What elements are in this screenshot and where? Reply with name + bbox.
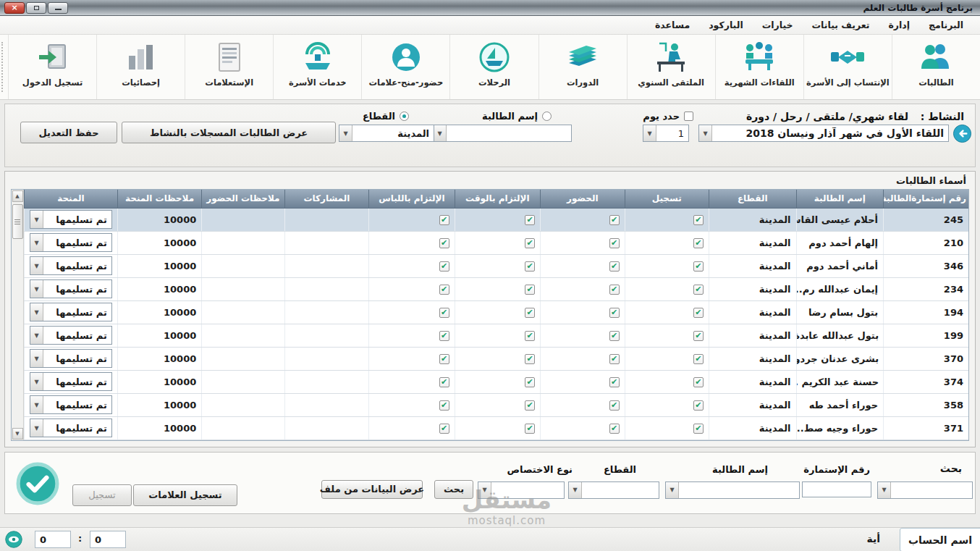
scroll-up-icon[interactable]: ▲ bbox=[12, 190, 23, 202]
maximize-button[interactable] bbox=[26, 2, 46, 14]
table-row[interactable]: 199بتول عبدالله عابدةالمدينة✔✔✔✔10000تم … bbox=[25, 324, 969, 347]
toolbar-button-5[interactable]: الرحلات bbox=[449, 35, 538, 99]
vertical-scrollbar[interactable]: ▲ ▼ bbox=[12, 190, 24, 440]
sector-radio[interactable] bbox=[400, 112, 409, 121]
row-checkbox[interactable]: ✔ bbox=[525, 424, 535, 434]
toolbar-button-6[interactable]: حضور-منح-علامات bbox=[361, 35, 449, 99]
row-checkbox[interactable]: ✔ bbox=[693, 261, 704, 272]
chevron-down-icon[interactable]: ▼ bbox=[434, 125, 447, 141]
record-marks-button[interactable]: تسجيل العلامات bbox=[133, 484, 237, 506]
student-name-combobox[interactable]: ▼ bbox=[433, 125, 572, 142]
row-checkbox[interactable]: ✔ bbox=[439, 354, 449, 364]
table-row[interactable]: 346أماني أحمد دومالمدينة✔✔✔✔10000تم تسلي… bbox=[25, 254, 969, 277]
search-button[interactable]: بحث bbox=[434, 480, 473, 499]
row-checkbox[interactable]: ✔ bbox=[609, 285, 620, 295]
table-row[interactable]: 374حسنة عبد الكريم ...المدينة✔✔✔✔10000تم… bbox=[25, 370, 969, 393]
day-combobox[interactable]: 1 ▼ bbox=[643, 125, 689, 142]
row-checkbox[interactable]: ✔ bbox=[693, 400, 704, 411]
chevron-down-icon[interactable]: ▼ bbox=[30, 303, 43, 321]
column-header-1[interactable]: إسم الطالبة bbox=[796, 190, 884, 208]
activity-combobox[interactable]: اللقاء الأول في شهر آذار ونيسان 2018 ▼ bbox=[698, 125, 949, 142]
table-row[interactable]: 194بتول بسام رضاالمدينة✔✔✔✔10000تم تسليم… bbox=[25, 300, 969, 324]
menu-item-1[interactable]: إدارة bbox=[879, 17, 919, 33]
sector-search-combobox[interactable]: ▼ bbox=[568, 481, 659, 499]
table-row[interactable]: 370بشرى عدنان جردوالمدينة✔✔✔✔10000تم تسل… bbox=[25, 347, 969, 370]
grant-combobox[interactable]: تم تسليمها▼ bbox=[30, 372, 112, 391]
chevron-down-icon[interactable]: ▼ bbox=[643, 125, 656, 141]
row-checkbox[interactable]: ✔ bbox=[439, 331, 449, 341]
row-checkbox[interactable]: ✔ bbox=[525, 400, 535, 411]
chevron-down-icon[interactable]: ▼ bbox=[30, 396, 43, 413]
row-checkbox[interactable]: ✔ bbox=[693, 331, 704, 341]
view-button[interactable] bbox=[4, 530, 23, 551]
row-checkbox[interactable]: ✔ bbox=[609, 400, 620, 411]
chevron-down-icon[interactable]: ▼ bbox=[30, 350, 43, 367]
menu-item-3[interactable]: خيارات bbox=[753, 17, 803, 33]
close-button[interactable]: × bbox=[4, 2, 25, 14]
toolbar-button-9[interactable]: إحصائيات bbox=[96, 35, 185, 99]
grant-combobox[interactable]: تم تسليمها▼ bbox=[30, 418, 112, 437]
row-checkbox[interactable]: ✔ bbox=[693, 424, 704, 434]
toolbar-button-0[interactable]: الطالبات bbox=[892, 35, 980, 99]
toolbar-button-4[interactable]: الدورات bbox=[538, 35, 627, 99]
row-checkbox[interactable]: ✔ bbox=[609, 238, 620, 248]
row-checkbox[interactable]: ✔ bbox=[525, 377, 535, 387]
row-checkbox[interactable]: ✔ bbox=[439, 261, 449, 272]
table-row[interactable]: 245أحلام عيسى القاسمالمدينة✔✔✔✔10000تم ت… bbox=[25, 208, 969, 231]
row-checkbox[interactable]: ✔ bbox=[693, 354, 704, 364]
menu-item-4[interactable]: الباركود bbox=[699, 17, 753, 33]
chevron-down-icon[interactable]: ▼ bbox=[878, 482, 891, 498]
column-header-3[interactable]: تسجيل bbox=[625, 190, 709, 208]
column-header-8[interactable]: ملاحظات الحضور bbox=[202, 190, 284, 208]
search-combobox[interactable]: ▼ bbox=[877, 481, 973, 499]
table-row[interactable]: 234إيمان عبدالله رم...المدينة✔✔✔✔10000تم… bbox=[25, 277, 969, 300]
column-header-5[interactable]: الإلتزام بالوقت bbox=[455, 190, 540, 208]
row-checkbox[interactable]: ✔ bbox=[439, 285, 449, 295]
row-checkbox[interactable]: ✔ bbox=[525, 308, 535, 318]
select-day-checkbox[interactable] bbox=[684, 112, 693, 121]
toolbar-button-10[interactable]: تسجيل الدخول bbox=[8, 35, 96, 99]
row-checkbox[interactable]: ✔ bbox=[693, 285, 704, 295]
menu-item-0[interactable]: البرنامج bbox=[919, 17, 973, 33]
row-checkbox[interactable]: ✔ bbox=[439, 238, 449, 248]
chevron-down-icon[interactable]: ▼ bbox=[666, 482, 679, 498]
chevron-down-icon[interactable]: ▼ bbox=[30, 327, 43, 344]
chevron-down-icon[interactable]: ▼ bbox=[30, 211, 43, 228]
grant-combobox[interactable]: تم تسليمها▼ bbox=[30, 326, 112, 345]
scrollbar-thumb[interactable] bbox=[12, 204, 23, 239]
row-checkbox[interactable]: ✔ bbox=[609, 377, 620, 387]
row-checkbox[interactable]: ✔ bbox=[609, 424, 620, 434]
row-checkbox[interactable]: ✔ bbox=[525, 331, 535, 341]
record-button[interactable]: تسجيل bbox=[72, 484, 132, 506]
student-name-search-combobox[interactable]: ▼ bbox=[665, 481, 800, 499]
row-checkbox[interactable]: ✔ bbox=[439, 424, 449, 434]
sector-combobox[interactable]: المدينة ▼ bbox=[339, 125, 434, 142]
grant-combobox[interactable]: تم تسليمها▼ bbox=[30, 256, 112, 275]
row-checkbox[interactable]: ✔ bbox=[693, 308, 704, 318]
grant-combobox[interactable]: تم تسليمها▼ bbox=[30, 349, 112, 368]
student-name-radio[interactable] bbox=[542, 112, 552, 121]
chevron-down-icon[interactable]: ▼ bbox=[699, 125, 712, 141]
row-checkbox[interactable]: ✔ bbox=[693, 215, 704, 225]
row-checkbox[interactable]: ✔ bbox=[439, 215, 449, 225]
back-arrow-button[interactable] bbox=[952, 124, 972, 146]
column-header-4[interactable]: الحضور bbox=[541, 190, 625, 208]
table-row[interactable]: 371حوراء وجيه صط...المدينة✔✔✔✔10000تم تس… bbox=[25, 416, 969, 439]
grant-combobox[interactable]: تم تسليمها▼ bbox=[30, 395, 112, 414]
grant-combobox[interactable]: تم تسليمها▼ bbox=[30, 210, 112, 229]
toolbar-button-2[interactable]: اللقاءات الشهرية bbox=[715, 35, 803, 99]
toolbar-button-7[interactable]: خدمات الأسرة bbox=[273, 35, 361, 99]
row-checkbox[interactable]: ✔ bbox=[525, 238, 535, 248]
table-row[interactable]: 210إلهام أحمد دومالمدينة✔✔✔✔10000تم تسلي… bbox=[25, 231, 969, 254]
row-checkbox[interactable]: ✔ bbox=[525, 215, 535, 225]
load-from-file-button[interactable]: عرض البيانات من ملف bbox=[321, 480, 423, 499]
table-row[interactable]: 358حوراء أحمد طهالمدينة✔✔✔✔10000تم تسليم… bbox=[25, 393, 969, 416]
row-checkbox[interactable]: ✔ bbox=[609, 308, 620, 318]
toolbar-button-3[interactable]: الملتقى السنوي bbox=[627, 35, 715, 99]
row-checkbox[interactable]: ✔ bbox=[439, 400, 449, 411]
grant-combobox[interactable]: تم تسليمها▼ bbox=[30, 279, 112, 298]
column-header-9[interactable]: ملاحظات المنحة bbox=[117, 190, 201, 208]
chevron-down-icon[interactable]: ▼ bbox=[30, 234, 43, 251]
column-header-0[interactable]: رقم إستمارةالطالبة bbox=[884, 190, 968, 208]
confirm-button[interactable] bbox=[15, 461, 60, 506]
